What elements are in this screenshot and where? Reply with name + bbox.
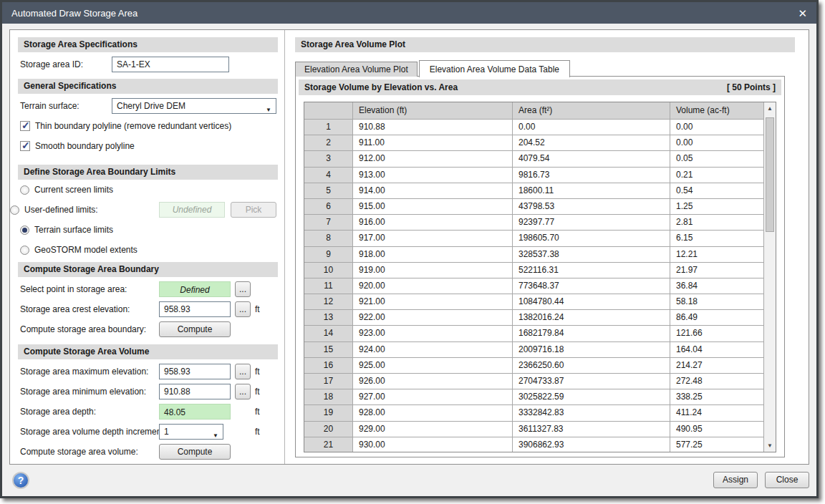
titlebar: Automated Draw Storage Area ✕ [2, 2, 816, 24]
table-row[interactable]: 16925.002366250.60214.27 [304, 358, 763, 374]
data-cell: 3611327.83 [513, 422, 670, 437]
terrain-surface-limits-radio[interactable] [20, 226, 29, 235]
table-row[interactable]: 14923.001682179.84121.66 [304, 326, 763, 341]
close-icon[interactable]: ✕ [798, 8, 807, 19]
min-elevation-input[interactable]: 910.88 [159, 384, 231, 399]
select-point-browse-button[interactable]: ... [235, 281, 251, 297]
scroll-down-icon[interactable]: ▼ [764, 440, 776, 452]
min-elevation-browse-button[interactable]: ... [235, 384, 251, 399]
compute-volume-row: Compute storage area volume: Compute [10, 444, 285, 460]
column-header-number [304, 102, 353, 119]
table-row[interactable]: 9918.00328537.3812.21 [304, 247, 763, 263]
table-row[interactable]: 3912.004079.540.05 [304, 151, 763, 167]
depth-value-field: 48.05 [159, 404, 231, 420]
current-screen-limits-radio-row[interactable]: Current screen limits [20, 184, 113, 195]
table-row[interactable]: 1910.880.000.00 [304, 120, 763, 135]
compute-boundary-button[interactable]: Compute [159, 321, 231, 337]
table-row[interactable]: 4913.009816.730.21 [304, 168, 763, 183]
depth-increment-select[interactable]: 1 ▼ [159, 424, 223, 440]
table-row[interactable]: 20929.003611327.83490.95 [304, 422, 763, 437]
table-row[interactable]: 15924.002009716.18164.04 [304, 342, 763, 358]
row-number-cell: 8 [304, 231, 353, 246]
data-cell: 929.00 [353, 422, 513, 437]
points-count-badge: [ 50 Points ] [727, 82, 776, 92]
table-row[interactable]: 7916.0092397.772.81 [304, 215, 763, 231]
thin-polyline-label: Thin boundary polyline (remove redundant… [35, 121, 231, 131]
current-screen-limits-radio[interactable] [20, 185, 29, 195]
user-limits-value-field: Undefined [159, 202, 225, 218]
user-defined-limits-radio-row[interactable]: User-defined limits: [10, 204, 98, 215]
max-elevation-unit: ft [255, 364, 260, 379]
max-elevation-browse-button[interactable]: ... [235, 364, 251, 379]
vertical-scrollbar[interactable]: ▲ ▼ [763, 102, 776, 452]
column-header-elevation[interactable]: Elevation (ft) [353, 102, 513, 119]
data-cell: 924.00 [353, 342, 513, 357]
smooth-polyline-checkbox-row[interactable]: Smooth boundary polyline [20, 140, 135, 152]
data-cell: 920.00 [353, 278, 513, 294]
table-row[interactable]: 21930.003906862.93577.25 [304, 437, 763, 452]
help-icon[interactable]: ? [12, 472, 29, 489]
data-cell: 912.00 [353, 151, 513, 166]
max-elevation-input[interactable]: 958.93 [159, 364, 231, 379]
terrain-surface-limits-radio-row[interactable]: Terrain surface limits [20, 224, 113, 236]
table-row[interactable]: 13922.001382016.2486.49 [304, 310, 763, 326]
row-number-cell: 1 [304, 120, 353, 135]
terrain-surface-select[interactable]: Cheryl Drive DEM ▼ [112, 98, 276, 114]
depth-row: Storage area depth: 48.05 ft [10, 404, 285, 420]
table-row[interactable]: 11920.00773648.3736.84 [304, 278, 763, 294]
table-row[interactable]: 12921.001084780.4458.18 [304, 294, 763, 310]
table-row[interactable]: 17926.002704733.87272.48 [304, 374, 763, 389]
smooth-polyline-checkbox[interactable] [20, 141, 30, 151]
table-row[interactable]: 19928.003332842.83411.24 [304, 405, 763, 421]
data-cell: 1682179.84 [513, 326, 670, 341]
table-row[interactable]: 5914.0018600.110.54 [304, 183, 763, 199]
user-defined-limits-radio[interactable] [10, 205, 19, 215]
column-header-volume[interactable]: Volume (ac-ft) [670, 102, 763, 119]
thin-polyline-checkbox-row[interactable]: Thin boundary polyline (remove redundant… [20, 120, 231, 132]
close-button[interactable]: Close [765, 472, 809, 488]
data-cell: 272.48 [670, 374, 763, 389]
table-row[interactable]: 8917.00198605.706.15 [304, 231, 763, 246]
data-cell: 121.66 [670, 326, 763, 341]
table-row[interactable]: 10919.00522116.3121.97 [304, 263, 763, 278]
pick-button[interactable]: Pick [231, 202, 276, 218]
compute-volume-button[interactable]: Compute [159, 444, 231, 460]
row-number-cell: 9 [304, 247, 353, 262]
depth-increment-label: Storage area volume depth increment: [20, 424, 166, 440]
crest-elevation-input[interactable]: 958.93 [159, 301, 231, 317]
data-cell: 92397.77 [513, 215, 670, 230]
data-cell: 911.00 [353, 135, 513, 150]
table-row[interactable]: 18927.003025822.59338.25 [304, 389, 763, 405]
data-cell: 6.15 [670, 231, 763, 246]
tab-elevation-area-volume-data-table[interactable]: Elevation Area Volume Data Table [419, 60, 570, 77]
storage-id-label: Storage area ID: [20, 57, 83, 72]
geostorm-extents-radio-row[interactable]: GeoSTORM model extents [20, 244, 138, 256]
thin-polyline-checkbox[interactable] [20, 121, 30, 131]
tab-bar: Elevation Area Volume Plot Elevation Are… [295, 59, 795, 77]
table-row[interactable]: 6915.0043798.531.25 [304, 199, 763, 215]
scroll-up-icon[interactable]: ▲ [764, 102, 776, 115]
row-number-cell: 16 [304, 358, 353, 373]
row-number-cell: 12 [304, 294, 353, 309]
crest-elevation-browse-button[interactable]: ... [235, 301, 251, 317]
data-cell: 3025822.59 [513, 389, 670, 404]
section-header-specifications: Storage Area Specifications [18, 37, 278, 52]
storage-id-input[interactable]: SA-1-EX [112, 57, 229, 72]
data-cell: 926.00 [353, 374, 513, 389]
column-header-area[interactable]: Area (ft²) [513, 102, 670, 119]
data-cell: 927.00 [353, 389, 513, 404]
terrain-surface-label: Terrain surface: [20, 98, 79, 114]
data-cell: 913.00 [353, 168, 513, 183]
data-cell: 338.25 [670, 389, 763, 404]
data-cell: 917.00 [353, 231, 513, 246]
assign-button[interactable]: Assign [713, 472, 758, 488]
data-cell: 198605.70 [513, 231, 670, 246]
scrollbar-thumb[interactable] [766, 117, 774, 232]
volume-table-header: Elevation (ft) Area (ft²) Volume (ac-ft) [304, 102, 776, 120]
min-elevation-row: Storage area minimum elevation: 910.88 .… [10, 384, 285, 399]
tab-elevation-area-volume-plot[interactable]: Elevation Area Volume Plot [295, 62, 418, 77]
data-cell: 9816.73 [513, 168, 670, 183]
geostorm-extents-radio[interactable] [20, 246, 29, 255]
table-row[interactable]: 2911.00204.520.00 [304, 135, 763, 151]
table-title: Storage Volume by Elevation vs. Area [304, 82, 458, 92]
